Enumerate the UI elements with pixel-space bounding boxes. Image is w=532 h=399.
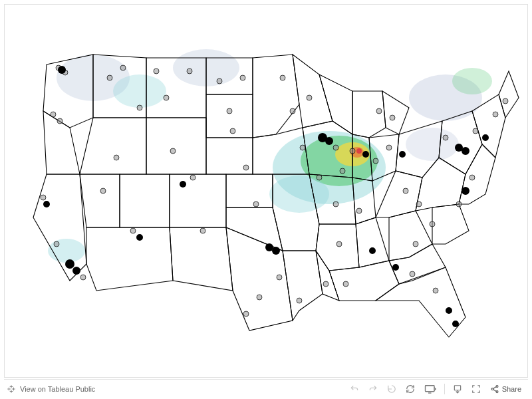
svg-point-27	[136, 234, 143, 241]
svg-point-24	[100, 188, 106, 194]
svg-point-19	[43, 201, 50, 207]
svg-point-16	[51, 112, 56, 117]
svg-point-26	[130, 228, 136, 233]
svg-point-82	[187, 68, 192, 74]
svg-point-47	[317, 175, 322, 180]
undo-button[interactable]	[346, 381, 363, 397]
svg-point-72	[462, 187, 469, 195]
tableau-toolbar: View on Tableau Public Share	[4, 379, 528, 398]
svg-rect-101	[454, 385, 460, 390]
refresh-icon	[405, 384, 416, 394]
svg-point-77	[446, 307, 452, 314]
refresh-button[interactable]	[402, 381, 419, 397]
svg-point-20	[54, 241, 59, 247]
revert-icon	[386, 384, 397, 394]
device-preview-button[interactable]	[420, 381, 440, 397]
svg-point-42	[290, 108, 295, 114]
svg-line-107	[493, 389, 495, 391]
svg-point-32	[190, 175, 196, 180]
svg-point-15	[58, 66, 66, 74]
map-visualization[interactable]	[4, 4, 528, 378]
svg-point-56	[343, 281, 348, 287]
redo-button[interactable]	[364, 381, 382, 397]
download-button[interactable]	[449, 381, 466, 397]
svg-point-51	[373, 158, 378, 164]
svg-point-34	[217, 78, 222, 84]
map-canvas[interactable]	[5, 5, 527, 377]
toolbar-separator	[444, 384, 445, 394]
svg-point-11	[406, 128, 459, 161]
us-map-svg	[5, 5, 527, 377]
view-on-tableau-text: View on Tableau Public	[20, 385, 95, 393]
svg-point-53	[356, 208, 362, 213]
svg-point-4	[356, 148, 362, 154]
svg-point-70	[482, 134, 489, 141]
svg-point-17	[57, 118, 63, 124]
share-button[interactable]: Share	[486, 381, 525, 397]
svg-point-8	[48, 239, 85, 263]
svg-point-39	[272, 247, 280, 255]
tableau-logo-icon	[7, 384, 16, 394]
svg-point-48	[340, 168, 345, 174]
svg-point-23	[80, 275, 86, 280]
svg-point-55	[369, 247, 376, 254]
svg-rect-99	[425, 385, 434, 391]
svg-point-25	[114, 155, 119, 160]
svg-point-69	[473, 128, 478, 134]
svg-point-90	[243, 311, 249, 317]
svg-point-40	[277, 275, 282, 280]
svg-point-74	[493, 112, 498, 117]
svg-point-78	[452, 321, 459, 327]
svg-point-71	[469, 175, 475, 180]
svg-point-29	[164, 95, 169, 100]
svg-line-106	[493, 386, 495, 388]
svg-point-28	[137, 105, 142, 110]
svg-point-59	[399, 151, 406, 158]
fullscreen-icon	[471, 384, 481, 394]
svg-point-87	[376, 108, 382, 114]
svg-point-85	[280, 75, 285, 80]
share-label: Share	[502, 385, 521, 393]
svg-point-54	[336, 241, 342, 247]
svg-point-46	[333, 145, 338, 150]
svg-point-18	[41, 195, 46, 200]
svg-point-10	[452, 68, 492, 94]
svg-point-35	[230, 128, 235, 134]
svg-point-63	[413, 241, 418, 247]
svg-point-37	[253, 201, 259, 207]
svg-point-89	[297, 298, 302, 303]
svg-point-21	[65, 259, 74, 269]
svg-point-50	[362, 151, 369, 158]
svg-point-33	[200, 228, 205, 233]
svg-point-41	[257, 295, 262, 300]
svg-point-73	[456, 201, 462, 207]
redo-icon	[368, 384, 378, 394]
svg-point-104	[491, 388, 493, 390]
svg-point-83	[227, 108, 232, 114]
svg-point-66	[443, 135, 448, 140]
svg-point-61	[416, 201, 422, 207]
svg-point-105	[496, 390, 498, 392]
svg-point-30	[170, 148, 176, 154]
svg-point-68	[462, 147, 469, 155]
svg-point-62	[430, 221, 435, 227]
svg-point-12	[269, 176, 329, 213]
share-icon	[490, 384, 499, 394]
revert-button[interactable]	[383, 381, 400, 397]
svg-point-52	[333, 201, 338, 207]
svg-point-22	[72, 267, 80, 275]
svg-point-57	[323, 281, 329, 287]
view-on-tableau-public-link[interactable]: View on Tableau Public	[7, 384, 95, 394]
svg-point-88	[390, 115, 395, 120]
svg-point-60	[403, 188, 408, 194]
undo-icon	[349, 384, 360, 394]
svg-point-64	[392, 264, 399, 271]
svg-point-75	[503, 98, 508, 104]
svg-point-84	[240, 75, 245, 80]
toolbar-right-group: Share	[346, 381, 525, 397]
fullscreen-button[interactable]	[467, 381, 485, 397]
svg-point-65	[410, 271, 415, 277]
svg-point-6	[113, 74, 166, 108]
svg-point-86	[307, 95, 312, 100]
svg-point-80	[120, 65, 126, 70]
